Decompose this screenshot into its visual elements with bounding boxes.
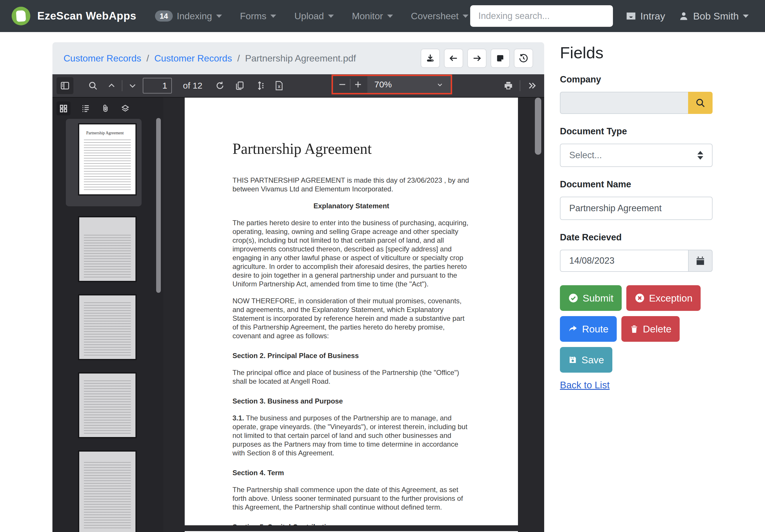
user-menu[interactable]: Bob Smith — [678, 10, 749, 22]
secondary-toolbar-toggle[interactable] — [527, 80, 537, 91]
brand[interactable]: EzeScan WebApps — [12, 7, 136, 25]
company-label: Company — [560, 74, 723, 85]
company-input[interactable] — [560, 92, 688, 114]
nav-menu-label: Monitor — [352, 11, 383, 22]
date-picker-button[interactable] — [688, 250, 713, 272]
sidebar-scrollbar[interactable] — [156, 118, 161, 293]
toggle-sidebar-button[interactable] — [57, 77, 73, 94]
breadcrumb-link-customer-records[interactable]: Customer Records — [64, 53, 141, 64]
outline-icon — [81, 104, 90, 113]
thumbnails-view-button[interactable] — [57, 101, 71, 115]
document-paragraph: The parties hereto desire to enter into … — [233, 219, 470, 288]
previous-page-button[interactable] — [107, 81, 116, 90]
thumbnail-page-1[interactable]: Partnership Agreement — [78, 123, 137, 196]
document-name-label: Document Name — [560, 179, 723, 190]
zoom-out-button[interactable] — [335, 76, 350, 93]
document-type-value: Select... — [569, 150, 602, 161]
document-heading: Section 2. Principal Place of Business — [233, 351, 470, 360]
page-number-input[interactable] — [143, 78, 172, 94]
breadcrumb-link-customer-records-2[interactable]: Customer Records — [154, 53, 232, 64]
export-file-button[interactable]: x — [275, 81, 284, 91]
rotate-button[interactable] — [215, 81, 225, 91]
layers-view-button[interactable] — [121, 104, 130, 113]
history-button[interactable] — [514, 49, 533, 68]
zoom-in-button[interactable] — [351, 76, 366, 93]
thumbnail-text-lines — [84, 235, 131, 277]
route-arrow-icon — [568, 324, 578, 334]
nav-menu-label: Indexing — [177, 11, 212, 22]
indexing-search-input[interactable] — [470, 5, 613, 27]
save-icon — [568, 355, 577, 364]
arrow-right-icon — [472, 53, 482, 63]
document-paragraph: NOW THEREFORE, in consideration of their… — [233, 296, 470, 340]
thumbnail-page-3[interactable] — [78, 294, 137, 360]
download-button[interactable] — [421, 49, 440, 68]
nav-menu-indexing[interactable]: 14 Indexing — [155, 10, 222, 22]
nav-menu-monitor[interactable]: Monitor — [352, 11, 393, 22]
document-paragraph: 3.1. The business and purposes of the Pa… — [233, 414, 470, 457]
zoom-level-dropdown[interactable]: 70% — [368, 76, 451, 93]
save-label: Save — [581, 354, 604, 366]
back-to-list-link[interactable]: Back to List — [560, 380, 610, 391]
previous-document-button[interactable] — [444, 49, 463, 68]
minus-icon — [338, 80, 347, 89]
find-button[interactable] — [88, 81, 98, 91]
thumbnails-icon — [59, 104, 68, 113]
chevron-down-icon — [436, 81, 444, 88]
chevron-down-icon — [270, 15, 276, 18]
print-button[interactable] — [503, 81, 513, 91]
nav-menu-label: Upload — [294, 11, 324, 22]
intray-icon — [626, 11, 636, 21]
chevron-down-icon — [387, 15, 393, 18]
notes-button[interactable] — [490, 49, 510, 68]
nav-menu-forms[interactable]: Forms — [240, 11, 277, 22]
divider — [520, 80, 520, 91]
chevron-down-icon — [743, 15, 749, 18]
thumbnail-text-lines — [84, 302, 131, 355]
top-navbar: EzeScan WebApps 14 Indexing Forms Upload… — [0, 0, 765, 32]
submit-button[interactable]: Submit — [560, 285, 622, 311]
document-heading: Explanatory Statement — [233, 202, 470, 210]
nav-menu-coversheet[interactable]: Coversheet — [411, 11, 469, 22]
submit-label: Submit — [583, 292, 613, 304]
document-type-select[interactable]: Select... — [560, 144, 713, 167]
intray-button[interactable]: Intray — [626, 10, 665, 22]
thumbnail-page-4[interactable] — [78, 372, 137, 438]
date-received-input[interactable] — [560, 250, 688, 272]
svg-text:x: x — [278, 84, 281, 89]
outline-view-button[interactable] — [81, 104, 90, 113]
breadcrumb-separator: / — [147, 53, 149, 64]
breadcrumb-separator: / — [237, 53, 240, 64]
route-label: Route — [582, 323, 608, 335]
x-circle-icon — [634, 293, 645, 303]
attachments-view-button[interactable] — [101, 104, 110, 113]
save-button[interactable]: Save — [560, 347, 612, 373]
nav-menu-label: Forms — [240, 11, 267, 22]
scroll-mode-button[interactable] — [255, 81, 265, 91]
document-title: Partnership Agreement — [233, 140, 470, 157]
pdf-page-1: Partnership Agreement THIS PARTNERSHIP A… — [185, 98, 518, 525]
trash-icon — [629, 324, 639, 334]
search-icon — [695, 98, 706, 108]
thumbnail-page-5[interactable] — [78, 450, 137, 532]
document-name-input[interactable] — [560, 197, 713, 220]
exception-label: Exception — [649, 292, 692, 304]
thumbnail-page-2[interactable] — [78, 216, 137, 282]
next-document-button[interactable] — [467, 49, 486, 68]
navbar-right: Intray Bob Smith — [626, 10, 749, 22]
document-scrollbar[interactable] — [535, 98, 541, 155]
chevron-down-icon — [216, 15, 222, 18]
exception-button[interactable]: Exception — [626, 285, 701, 311]
route-button[interactable]: Route — [560, 316, 617, 342]
document-type-label: Document Type — [560, 126, 723, 137]
copy-pages-button[interactable] — [235, 81, 245, 91]
breadcrumb-current-file: Partnership Agreement.pdf — [245, 53, 356, 64]
user-icon — [678, 11, 689, 21]
breadcrumb: Customer Records / Customer Records / Pa… — [64, 53, 356, 64]
delete-button[interactable]: Delete — [621, 316, 680, 342]
company-search-button[interactable] — [688, 92, 713, 114]
chevron-down-icon — [328, 15, 334, 18]
next-page-button[interactable] — [128, 81, 137, 90]
nav-menu-upload[interactable]: Upload — [294, 11, 334, 22]
export-file-icon: x — [275, 81, 284, 91]
